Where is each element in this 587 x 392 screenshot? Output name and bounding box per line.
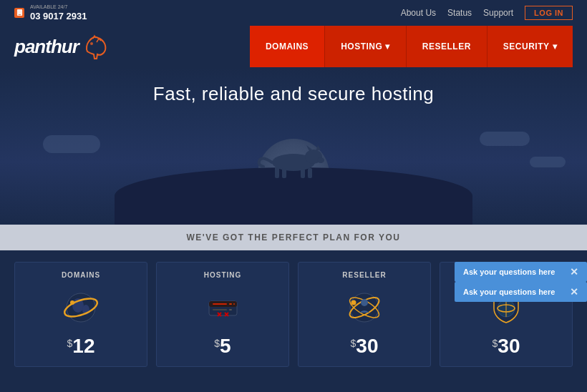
- chat-close-2[interactable]: ✕: [570, 286, 578, 298]
- hero-visual: [0, 105, 587, 225]
- main-nav: panthur DOMAINS HOSTING ▾ RESELLER SECUR…: [0, 26, 587, 67]
- svg-rect-23: [229, 309, 232, 310]
- hero-section: Fast, reliable and secure hosting: [0, 67, 587, 225]
- svg-point-2: [90, 42, 93, 45]
- hosting-price-value: 5: [220, 335, 231, 358]
- top-nav: About Us Status Support LOG IN: [401, 6, 573, 20]
- login-button[interactable]: LOG IN: [525, 6, 573, 20]
- hosting-price: $ 5: [214, 335, 231, 358]
- svg-rect-1: [18, 15, 21, 16]
- reseller-card-title: RESELLER: [342, 271, 386, 279]
- hosting-card-title: HOSTING: [204, 271, 242, 279]
- domains-price-value: 12: [72, 335, 94, 358]
- panther-silhouette: [251, 141, 336, 180]
- svg-rect-20: [229, 303, 232, 305]
- support-link[interactable]: Support: [483, 8, 513, 18]
- security-price: $ 30: [493, 335, 520, 358]
- reseller-price: $ 30: [351, 335, 379, 358]
- reseller-icon: [343, 286, 386, 329]
- hosting-icon: [201, 286, 244, 329]
- svg-point-16: [70, 300, 74, 305]
- top-bar: AVAILABLE 24/7 03 9017 2931 About Us Sta…: [0, 0, 587, 26]
- chat-label-1: Ask your questions here: [463, 268, 555, 276]
- chat-widget-2[interactable]: Ask your questions here ✕: [455, 282, 587, 302]
- hero-title: Fast, reliable and secure hosting: [153, 83, 434, 105]
- reseller-price-value: 30: [356, 335, 378, 358]
- nav-hosting[interactable]: HOSTING ▾: [325, 26, 407, 67]
- security-price-value: 30: [498, 335, 520, 358]
- nav-reseller[interactable]: RESELLER: [407, 26, 487, 67]
- cloud-far-right: [530, 157, 566, 167]
- hosting-card: HOSTING $ 5: [156, 262, 289, 367]
- phone-icon: [14, 8, 24, 18]
- svg-marker-6: [316, 145, 321, 151]
- logo-text: panthur: [14, 36, 79, 58]
- chat-widget-1[interactable]: Ask your questions here ✕: [455, 262, 587, 282]
- cards-section: DOMAINS $ 12 HOSTING: [0, 250, 587, 367]
- svg-rect-8: [301, 167, 305, 178]
- svg-rect-10: [275, 167, 279, 178]
- logo-panther-icon: [82, 31, 112, 62]
- about-us-link[interactable]: About Us: [401, 8, 436, 18]
- svg-rect-22: [213, 309, 227, 310]
- svg-rect-19: [213, 303, 227, 305]
- svg-point-31: [351, 300, 356, 305]
- svg-point-32: [361, 299, 368, 306]
- phone-number: 03 9017 2931: [30, 11, 87, 21]
- domains-card: DOMAINS $ 12: [14, 262, 147, 367]
- svg-point-11: [317, 157, 324, 163]
- status-link[interactable]: Status: [447, 8, 472, 18]
- contact-info: AVAILABLE 24/7 03 9017 2931: [14, 4, 87, 21]
- svg-rect-9: [282, 168, 286, 178]
- hosting-arrow-icon: ▾: [385, 41, 390, 52]
- security-arrow-icon: ▾: [553, 41, 558, 52]
- logo[interactable]: panthur: [14, 31, 112, 62]
- cloud-right: [480, 132, 530, 146]
- available-label: AVAILABLE 24/7: [30, 4, 87, 10]
- domains-icon: [59, 286, 102, 329]
- cloud-left: [43, 135, 100, 153]
- phone-info: AVAILABLE 24/7 03 9017 2931: [30, 4, 87, 21]
- domains-price: $ 12: [67, 335, 95, 358]
- nav-domains[interactable]: DOMAINS: [250, 26, 325, 67]
- chat-label-2: Ask your questions here: [463, 288, 555, 296]
- nav-menu: DOMAINS HOSTING ▾ RESELLER SECURITY ▾: [250, 26, 573, 67]
- chat-close-1[interactable]: ✕: [570, 266, 578, 278]
- plan-banner: WE'VE GOT THE PERFECT PLAN FOR YOU: [0, 225, 587, 250]
- plan-banner-text: WE'VE GOT THE PERFECT PLAN FOR YOU: [187, 232, 401, 242]
- svg-rect-21: [233, 303, 235, 305]
- nav-security[interactable]: SECURITY ▾: [487, 26, 573, 67]
- reseller-card: RESELLER $ 30: [298, 262, 431, 367]
- domains-card-title: DOMAINS: [62, 271, 100, 279]
- svg-rect-7: [308, 168, 312, 178]
